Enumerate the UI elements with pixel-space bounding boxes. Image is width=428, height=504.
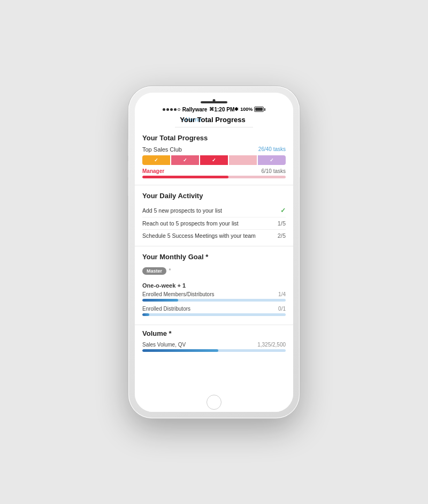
status-right: ✱ 100% xyxy=(234,107,265,112)
status-time: 1:20 PM xyxy=(214,107,234,112)
notch-area xyxy=(135,97,293,103)
activity-check-icon: ✓ xyxy=(280,207,286,214)
battery-icon xyxy=(254,107,265,112)
camera-dot xyxy=(213,99,216,102)
total-progress-title: Your Total Progress xyxy=(142,134,286,142)
enrolled-distributors-header: Enrolled Distributors 0/1 xyxy=(142,306,286,312)
segment-5: ✓ xyxy=(258,155,286,165)
daily-activity-title: Your Daily Activity xyxy=(142,192,286,200)
segment-3: ✓ xyxy=(200,155,228,165)
status-left: Rallyware ⌘ xyxy=(163,107,215,112)
manager-header: Manager 6/10 tasks xyxy=(142,168,286,174)
bluetooth-icon: ✱ xyxy=(234,107,239,112)
enrolled-members-row: Enrolled Members/Distributors 1/4 xyxy=(142,291,286,302)
manager-label: Manager xyxy=(142,168,164,174)
club-name: Top Sales Club xyxy=(142,146,182,153)
badge-suffix: * xyxy=(169,268,171,274)
nav-title: Your Total Progress xyxy=(180,116,245,124)
signal-icon xyxy=(163,108,180,111)
enrolled-members-value: 1/4 xyxy=(278,291,286,297)
signal-dot-1 xyxy=(163,108,165,111)
manager-progress-fill xyxy=(142,176,228,178)
monthly-goal-section: Your Monthly Goal * Master * One-o-week … xyxy=(135,246,293,325)
segment-progress-bar: ✓ ✓ ✓ ✓ xyxy=(142,155,286,165)
activity-status-3: 2/5 xyxy=(278,232,286,239)
phone-top: Rallyware ⌘ 1:20 PM ✱ 100% xyxy=(135,93,293,127)
subsection-title-1: One-o-week + 1 xyxy=(142,282,286,289)
sales-volume-header: Sales Volume, QV 1,325/2,500 xyxy=(142,342,286,348)
signal-dot-4 xyxy=(174,108,177,111)
scroll-content[interactable]: Your Total Progress Top Sales Club 26/40… xyxy=(135,127,293,393)
activity-label-1: Add 5 new prospects to your list xyxy=(142,207,222,214)
enrolled-distributors-label: Enrolled Distributors xyxy=(142,306,190,312)
segment-1: ✓ xyxy=(142,155,170,165)
total-progress-section: Your Total Progress Top Sales Club 26/40… xyxy=(135,127,293,185)
master-badge: Master xyxy=(142,267,166,275)
activity-status-2: 1/5 xyxy=(278,220,286,227)
volume-title: Volume * xyxy=(142,329,286,337)
sales-volume-label: Sales Volume, QV xyxy=(142,342,186,348)
top-sales-club-header: Top Sales Club 26/40 tasks xyxy=(142,146,286,153)
activity-item-1: Add 5 new prospects to your list ✓ xyxy=(142,204,286,217)
wifi-icon: ⌘ xyxy=(209,107,214,112)
sales-volume-row: Sales Volume, QV 1,325/2,500 xyxy=(142,342,286,352)
activity-item-2: Reach out to 5 prospects from your list … xyxy=(142,217,286,230)
enrolled-distributors-row: Enrolled Distributors 0/1 xyxy=(142,306,286,316)
enrolled-distributors-bar xyxy=(142,313,286,316)
sales-volume-bar xyxy=(142,349,286,352)
enrolled-members-bar xyxy=(142,299,286,302)
status-bar: Rallyware ⌘ 1:20 PM ✱ 100% xyxy=(155,106,273,114)
segment-2: ✓ xyxy=(171,155,199,165)
master-badge-container: Master * xyxy=(142,265,286,278)
sales-volume-value: 1,325/2,500 xyxy=(257,342,286,348)
signal-dot-2 xyxy=(166,108,169,111)
phone-frame: Rallyware ⌘ 1:20 PM ✱ 100% xyxy=(128,86,300,418)
enrolled-members-header: Enrolled Members/Distributors 1/4 xyxy=(142,291,286,297)
sales-volume-fill xyxy=(142,349,218,352)
home-indicator[interactable] xyxy=(135,393,293,412)
nav-bar: ‹ Home Your Total Progress xyxy=(175,114,253,127)
carrier-name: Rallyware xyxy=(182,107,208,112)
manager-row: Manager 6/10 tasks xyxy=(142,168,286,178)
signal-dot-3 xyxy=(170,108,173,111)
daily-activity-section: Your Daily Activity Add 5 new prospects … xyxy=(135,185,293,246)
segment-4 xyxy=(229,155,257,165)
volume-section: Volume * Sales Volume, QV 1,325/2,500 xyxy=(135,325,293,363)
enrolled-members-fill xyxy=(142,299,178,302)
battery-percent: 100% xyxy=(240,107,253,112)
phone-screen: Rallyware ⌘ 1:20 PM ✱ 100% xyxy=(135,93,293,412)
enrolled-distributors-value: 0/1 xyxy=(278,306,286,312)
manager-tasks: 6/10 tasks xyxy=(261,168,286,174)
activity-label-3: Schedule 5 Success Meetings with your te… xyxy=(142,232,256,239)
monthly-goal-title: Your Monthly Goal * xyxy=(142,253,286,261)
home-button[interactable] xyxy=(207,395,221,410)
manager-progress-bar xyxy=(142,176,286,178)
enrolled-members-label: Enrolled Members/Distributors xyxy=(142,291,215,297)
activity-label-2: Reach out to 5 prospects from your list xyxy=(142,220,239,227)
signal-dot-5 xyxy=(178,108,180,111)
enrolled-distributors-fill xyxy=(142,313,149,316)
activity-item-3: Schedule 5 Success Meetings with your te… xyxy=(142,230,286,242)
club-tasks: 26/40 tasks xyxy=(258,146,286,152)
